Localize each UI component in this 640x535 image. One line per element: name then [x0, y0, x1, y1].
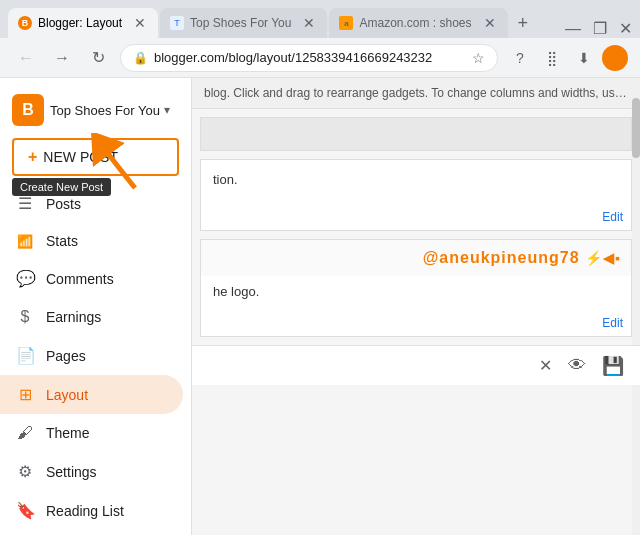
bottom-close-icon[interactable]: ✕ [539, 356, 552, 375]
settings-icon: ⚙ [16, 462, 34, 481]
new-tab-button[interactable]: + [510, 9, 537, 38]
tab-blogger-title: Blogger: Layout [38, 16, 122, 30]
info-text: blog. Click and drag to rearrange gadget… [204, 86, 640, 100]
layout-icon: ⊞ [16, 385, 34, 404]
block2-text: tion. [213, 172, 238, 187]
edit-link-2[interactable]: Edit [602, 316, 623, 330]
back-button[interactable]: ← [12, 44, 40, 72]
sidebar-item-stats-label: Stats [46, 233, 78, 249]
main-layout: B Top Shoes For You ▾ + NEW POST Create … [0, 78, 640, 535]
sidebar-item-earnings-label: Earnings [46, 309, 101, 325]
layout-block-1 [200, 117, 632, 151]
new-post-wrap: + NEW POST Create New Post [0, 138, 191, 184]
new-post-button[interactable]: + NEW POST [12, 138, 179, 176]
tab-amazon[interactable]: a Amazon.com : shoes ✕ [329, 8, 507, 38]
tab-topshoes-title: Top Shoes For You [190, 16, 291, 30]
tab-topshoes-close[interactable]: ✕ [301, 15, 317, 31]
sidebar-item-posts-label: Posts [46, 196, 81, 212]
tab-amazon-title: Amazon.com : shoes [359, 16, 471, 30]
url-text: blogger.com/blog/layout/1258339416669243… [154, 50, 466, 65]
layout-block-3-header: @aneukpineung78 ⚡◀▪ [201, 240, 631, 276]
sidebar-item-theme-label: Theme [46, 425, 90, 441]
new-post-label: NEW POST [43, 149, 118, 165]
sidebar-item-layout[interactable]: ⊞ Layout [0, 375, 183, 414]
sidebar-item-settings-label: Settings [46, 464, 97, 480]
tab-blogger-close[interactable]: ✕ [132, 15, 148, 31]
blogger-logo: B [12, 94, 44, 126]
apps-button[interactable]: ⣿ [538, 44, 566, 72]
earnings-icon: $ [16, 308, 34, 326]
bookmark-star-icon[interactable]: ☆ [472, 50, 485, 66]
restore-button[interactable]: ❐ [593, 19, 607, 38]
sidebar-item-reading-list[interactable]: 🔖 Reading List [0, 491, 183, 530]
help-button[interactable]: ? [506, 44, 534, 72]
browser-chrome: B Blogger: Layout ✕ T Top Shoes For You … [0, 0, 640, 78]
content-info-bar: blog. Click and drag to rearrange gadget… [192, 78, 640, 109]
block3-text: he logo. [213, 284, 259, 299]
pages-icon: 📄 [16, 346, 34, 365]
bottom-action-bar: ✕ 👁 💾 [192, 345, 640, 385]
reading-list-icon: 🔖 [16, 501, 34, 520]
layout-block-3: @aneukpineung78 ⚡◀▪ he logo. Edit [200, 239, 632, 337]
sidebar-item-theme[interactable]: 🖌 Theme [0, 414, 183, 452]
layout-block-2-content: tion. Edit [201, 160, 631, 230]
social-tag: @aneukpineung78 ⚡◀▪ [423, 249, 621, 267]
tab-bar: B Blogger: Layout ✕ T Top Shoes For You … [0, 0, 640, 38]
layout-block-3-content: he logo. Edit [201, 276, 631, 336]
sidebar-item-pages[interactable]: 📄 Pages [0, 336, 183, 375]
lock-icon: 🔒 [133, 51, 148, 65]
tab-blogger-layout[interactable]: B Blogger: Layout ✕ [8, 8, 158, 38]
sidebar-item-comments[interactable]: 💬 Comments [0, 259, 183, 298]
url-bar[interactable]: 🔒 blogger.com/blog/layout/12583394166692… [120, 44, 498, 72]
comments-icon: 💬 [16, 269, 34, 288]
theme-icon: 🖌 [16, 424, 34, 442]
sidebar-item-pages-label: Pages [46, 348, 86, 364]
blog-name: Top Shoes For You [50, 103, 160, 118]
sidebar: B Top Shoes For You ▾ + NEW POST Create … [0, 78, 192, 535]
plus-icon: + [28, 148, 37, 166]
tab-top-shoes[interactable]: T Top Shoes For You ✕ [160, 8, 327, 38]
blogger-favicon: B [18, 16, 32, 30]
layout-block-1-header [201, 118, 631, 150]
address-bar: ← → ↻ 🔒 blogger.com/blog/layout/12583394… [0, 38, 640, 78]
content-area: blog. Click and drag to rearrange gadget… [192, 78, 640, 535]
download-button[interactable]: ⬇ [570, 44, 598, 72]
sidebar-item-stats[interactable]: 📶 Stats [0, 223, 183, 259]
window-controls: — ❐ ✕ [565, 19, 632, 38]
topshoes-favicon: T [170, 16, 184, 30]
tab-amazon-close[interactable]: ✕ [482, 15, 498, 31]
profile-button[interactable] [602, 45, 628, 71]
sidebar-item-earnings[interactable]: $ Earnings [0, 298, 183, 336]
posts-icon: ☰ [16, 194, 34, 213]
new-post-tooltip: Create New Post [12, 178, 111, 196]
bottom-eye-icon[interactable]: 👁 [568, 355, 586, 376]
stats-icon: 📶 [16, 234, 34, 249]
bottom-save-icon[interactable]: 💾 [602, 355, 624, 377]
browser-toolbar: ? ⣿ ⬇ [506, 44, 628, 72]
close-button[interactable]: ✕ [619, 19, 632, 38]
sidebar-item-settings[interactable]: ⚙ Settings [0, 452, 183, 491]
sidebar-item-layout-label: Layout [46, 387, 88, 403]
layout-block-2: tion. Edit [200, 159, 632, 231]
scrollbar-thumb[interactable] [632, 98, 640, 158]
reload-button[interactable]: ↻ [84, 44, 112, 72]
sidebar-item-comments-label: Comments [46, 271, 114, 287]
amazon-favicon: a [339, 16, 353, 30]
sidebar-item-reading-list-label: Reading List [46, 503, 124, 519]
scrollbar[interactable] [632, 78, 640, 535]
blog-name-row[interactable]: Top Shoes For You ▾ [50, 103, 179, 118]
minimize-button[interactable]: — [565, 20, 581, 38]
social-icons: ⚡◀▪ [585, 250, 621, 266]
sidebar-header: B Top Shoes For You ▾ [0, 86, 191, 138]
blog-dropdown-arrow[interactable]: ▾ [164, 103, 170, 117]
social-tag-text: @aneukpineung78 [423, 249, 580, 266]
forward-button[interactable]: → [48, 44, 76, 72]
edit-link-1[interactable]: Edit [602, 210, 623, 224]
